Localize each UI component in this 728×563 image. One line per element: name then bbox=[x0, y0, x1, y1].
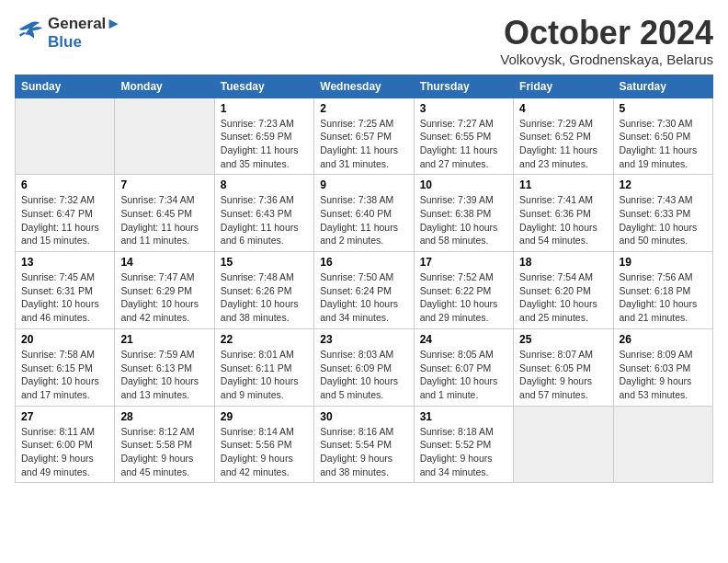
day-info: Sunrise: 7:56 AMSunset: 6:18 PMDaylight:… bbox=[620, 270, 707, 325]
day-info: Sunrise: 8:12 AMSunset: 5:58 PMDaylight:… bbox=[120, 425, 208, 479]
sunrise: Sunrise: 7:27 AM bbox=[420, 118, 494, 129]
col-saturday: Saturday bbox=[613, 75, 712, 98]
day-number: 2 bbox=[320, 102, 407, 115]
sunset: Sunset: 6:05 PM bbox=[519, 362, 591, 373]
day-info: Sunrise: 7:48 AMSunset: 6:26 PMDaylight:… bbox=[221, 270, 308, 325]
day-number: 21 bbox=[120, 333, 208, 346]
daylight: Daylight: 10 hours and 34 minutes. bbox=[320, 298, 398, 323]
day-info: Sunrise: 8:11 AMSunset: 6:00 PMDaylight:… bbox=[21, 425, 108, 479]
sunset: Sunset: 5:52 PM bbox=[420, 439, 492, 450]
sunrise: Sunrise: 7:32 AM bbox=[21, 194, 95, 205]
calendar-cell: 23Sunrise: 8:03 AMSunset: 6:09 PMDayligh… bbox=[314, 328, 414, 406]
col-tuesday: Tuesday bbox=[214, 75, 313, 98]
calendar-cell: 10Sunrise: 7:39 AMSunset: 6:38 PMDayligh… bbox=[414, 175, 513, 252]
daylight: Daylight: 9 hours and 57 minutes. bbox=[519, 375, 592, 400]
day-info: Sunrise: 7:25 AMSunset: 6:57 PMDaylight:… bbox=[320, 117, 407, 171]
calendar-cell: 25Sunrise: 8:07 AMSunset: 6:05 PMDayligh… bbox=[514, 328, 613, 406]
day-info: Sunrise: 7:38 AMSunset: 6:40 PMDaylight:… bbox=[320, 193, 407, 247]
calendar-cell: 7Sunrise: 7:34 AMSunset: 6:45 PMDaylight… bbox=[115, 175, 214, 252]
sunrise: Sunrise: 7:56 AM bbox=[620, 271, 693, 282]
sunrise: Sunrise: 7:54 AM bbox=[519, 271, 593, 282]
calendar-cell: 29Sunrise: 8:14 AMSunset: 5:56 PMDayligh… bbox=[214, 406, 313, 483]
calendar-cell: 2Sunrise: 7:25 AMSunset: 6:57 PMDaylight… bbox=[314, 98, 414, 175]
sunset: Sunset: 6:00 PM bbox=[21, 439, 93, 450]
day-number: 19 bbox=[620, 256, 707, 269]
sunrise: Sunrise: 8:01 AM bbox=[221, 349, 294, 360]
sunrise: Sunrise: 8:11 AM bbox=[21, 426, 95, 437]
daylight: Daylight: 9 hours and 45 minutes. bbox=[120, 453, 193, 477]
calendar-body: 1Sunrise: 7:23 AMSunset: 6:59 PMDaylight… bbox=[16, 98, 713, 483]
day-info: Sunrise: 8:01 AMSunset: 6:11 PMDaylight:… bbox=[221, 348, 308, 402]
daylight: Daylight: 9 hours and 42 minutes. bbox=[221, 453, 293, 477]
day-info: Sunrise: 7:47 AMSunset: 6:29 PMDaylight:… bbox=[120, 270, 208, 325]
day-number: 7 bbox=[120, 178, 208, 191]
calendar-cell: 14Sunrise: 7:47 AMSunset: 6:29 PMDayligh… bbox=[115, 252, 214, 329]
sunset: Sunset: 6:31 PM bbox=[21, 285, 93, 296]
daylight: Daylight: 11 hours and 6 minutes. bbox=[221, 222, 299, 247]
page-header: General► Blue October 2024 Volkovysk, Gr… bbox=[15, 15, 713, 67]
day-number: 10 bbox=[420, 178, 507, 191]
daylight: Daylight: 10 hours and 25 minutes. bbox=[519, 298, 597, 323]
daylight: Daylight: 11 hours and 27 minutes. bbox=[420, 144, 498, 169]
calendar-cell: 18Sunrise: 7:54 AMSunset: 6:20 PMDayligh… bbox=[514, 252, 613, 329]
day-number: 17 bbox=[420, 256, 507, 269]
calendar-week-5: 27Sunrise: 8:11 AMSunset: 6:00 PMDayligh… bbox=[16, 406, 713, 483]
day-info: Sunrise: 7:41 AMSunset: 6:36 PMDaylight:… bbox=[519, 193, 607, 247]
calendar-cell: 22Sunrise: 8:01 AMSunset: 6:11 PMDayligh… bbox=[214, 328, 313, 406]
calendar-cell: 12Sunrise: 7:43 AMSunset: 6:33 PMDayligh… bbox=[613, 175, 712, 252]
day-info: Sunrise: 7:50 AMSunset: 6:24 PMDaylight:… bbox=[320, 270, 407, 325]
calendar-cell: 13Sunrise: 7:45 AMSunset: 6:31 PMDayligh… bbox=[16, 252, 115, 329]
sunrise: Sunrise: 7:38 AM bbox=[320, 194, 393, 205]
col-monday: Monday bbox=[115, 75, 214, 98]
calendar-cell bbox=[16, 98, 115, 175]
calendar-cell bbox=[514, 406, 613, 483]
daylight: Daylight: 11 hours and 15 minutes. bbox=[21, 222, 99, 247]
sunrise: Sunrise: 8:03 AM bbox=[320, 349, 393, 360]
calendar-table: Sunday Monday Tuesday Wednesday Thursday… bbox=[15, 75, 713, 484]
daylight: Daylight: 10 hours and 9 minutes. bbox=[221, 375, 299, 400]
day-info: Sunrise: 7:36 AMSunset: 6:43 PMDaylight:… bbox=[221, 193, 308, 247]
day-info: Sunrise: 7:34 AMSunset: 6:45 PMDaylight:… bbox=[120, 193, 208, 247]
day-info: Sunrise: 8:18 AMSunset: 5:52 PMDaylight:… bbox=[420, 425, 507, 479]
day-number: 23 bbox=[320, 333, 407, 346]
day-number: 15 bbox=[221, 256, 308, 269]
sunset: Sunset: 6:38 PM bbox=[420, 208, 492, 219]
sunrise: Sunrise: 7:30 AM bbox=[620, 118, 693, 129]
day-info: Sunrise: 7:27 AMSunset: 6:55 PMDaylight:… bbox=[420, 117, 507, 171]
calendar-cell: 28Sunrise: 8:12 AMSunset: 5:58 PMDayligh… bbox=[115, 406, 214, 483]
calendar-cell: 3Sunrise: 7:27 AMSunset: 6:55 PMDaylight… bbox=[414, 98, 513, 175]
calendar-cell bbox=[613, 406, 712, 483]
day-info: Sunrise: 7:32 AMSunset: 6:47 PMDaylight:… bbox=[21, 193, 108, 247]
daylight: Daylight: 10 hours and 17 minutes. bbox=[21, 375, 99, 400]
sunrise: Sunrise: 7:50 AM bbox=[320, 271, 393, 282]
day-number: 30 bbox=[320, 410, 407, 423]
sunrise: Sunrise: 7:45 AM bbox=[21, 271, 95, 282]
sunset: Sunset: 6:36 PM bbox=[519, 208, 591, 219]
daylight: Daylight: 10 hours and 50 minutes. bbox=[620, 222, 698, 247]
day-info: Sunrise: 7:45 AMSunset: 6:31 PMDaylight:… bbox=[21, 270, 108, 325]
sunset: Sunset: 6:55 PM bbox=[420, 131, 492, 142]
sunset: Sunset: 6:15 PM bbox=[21, 362, 93, 373]
day-number: 20 bbox=[21, 333, 108, 346]
sunset: Sunset: 6:45 PM bbox=[120, 208, 192, 219]
sunset: Sunset: 6:18 PM bbox=[620, 285, 691, 296]
day-number: 14 bbox=[120, 256, 208, 269]
sunset: Sunset: 5:56 PM bbox=[221, 439, 292, 450]
sunrise: Sunrise: 7:58 AM bbox=[21, 349, 95, 360]
calendar-cell: 11Sunrise: 7:41 AMSunset: 6:36 PMDayligh… bbox=[514, 175, 613, 252]
sunrise: Sunrise: 8:18 AM bbox=[420, 426, 494, 437]
sunrise: Sunrise: 7:25 AM bbox=[320, 118, 393, 129]
sunset: Sunset: 6:33 PM bbox=[620, 208, 691, 219]
day-number: 31 bbox=[420, 410, 507, 423]
sunrise: Sunrise: 8:12 AM bbox=[120, 426, 194, 437]
sunset: Sunset: 6:09 PM bbox=[320, 362, 392, 373]
sunset: Sunset: 6:03 PM bbox=[620, 362, 691, 373]
calendar-week-4: 20Sunrise: 7:58 AMSunset: 6:15 PMDayligh… bbox=[16, 328, 713, 406]
daylight: Daylight: 10 hours and 46 minutes. bbox=[21, 298, 99, 323]
day-info: Sunrise: 7:29 AMSunset: 6:52 PMDaylight:… bbox=[519, 117, 607, 171]
day-number: 6 bbox=[21, 178, 108, 191]
col-friday: Friday bbox=[514, 75, 613, 98]
day-info: Sunrise: 7:30 AMSunset: 6:50 PMDaylight:… bbox=[620, 117, 707, 171]
sunset: Sunset: 6:29 PM bbox=[120, 285, 192, 296]
daylight: Daylight: 10 hours and 13 minutes. bbox=[120, 375, 199, 400]
